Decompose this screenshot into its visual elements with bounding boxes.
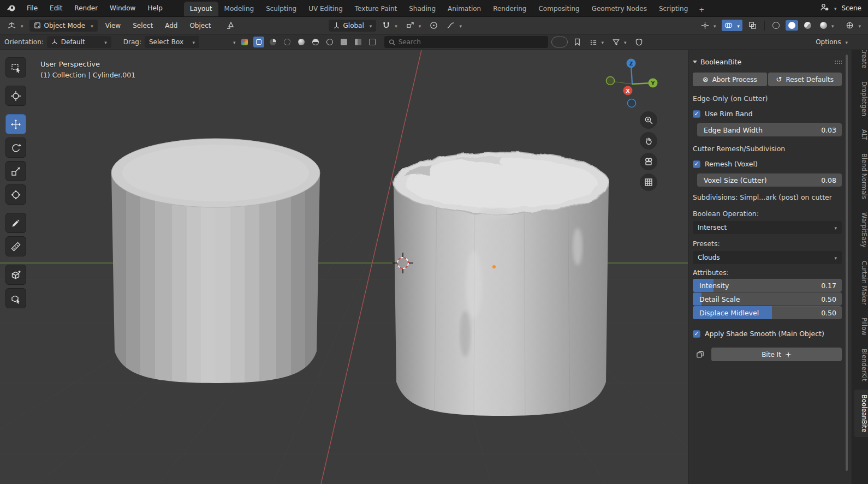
active-tool-icon[interactable] bbox=[223, 20, 237, 32]
slider-displace-midlevel[interactable]: Displace Midlevel 0.50 bbox=[693, 306, 842, 319]
boolean-operation-select[interactable]: Intersect bbox=[693, 221, 842, 234]
blender-logo-icon[interactable] bbox=[5, 2, 17, 14]
abort-process-button[interactable]: ⊗ Abort Process bbox=[693, 73, 767, 86]
menu-object[interactable]: Object bbox=[185, 20, 215, 32]
workspace-tab-geometry-nodes[interactable]: Geometry Nodes bbox=[586, 2, 653, 16]
zoom-icon[interactable] bbox=[640, 111, 657, 129]
menu-help[interactable]: Help bbox=[142, 2, 167, 14]
show-gizmo-icon[interactable] bbox=[698, 20, 719, 31]
tool-measure[interactable] bbox=[5, 236, 26, 256]
tool-interactive-add[interactable] bbox=[5, 288, 26, 308]
transform-orientation-select[interactable]: Global bbox=[329, 20, 377, 32]
overlays-icon[interactable] bbox=[722, 20, 742, 31]
tool-option-icon-2[interactable] bbox=[282, 37, 293, 47]
snap-magnet-icon[interactable] bbox=[379, 20, 400, 31]
tool-option-icon-8[interactable] bbox=[367, 37, 378, 47]
menu-edit[interactable]: Edit bbox=[45, 2, 67, 14]
filter-funnel-icon[interactable] bbox=[610, 37, 629, 47]
tool-option-icon-1[interactable] bbox=[267, 37, 278, 47]
menu-window[interactable]: Window bbox=[105, 2, 140, 14]
display-mode-icon[interactable] bbox=[587, 37, 607, 47]
options-button[interactable]: Options bbox=[813, 37, 851, 47]
shading-rendered-icon[interactable] bbox=[817, 20, 837, 31]
matcap-colorful-icon[interactable] bbox=[239, 37, 250, 47]
toggle-ortho-grid-icon[interactable] bbox=[640, 174, 657, 191]
tool-option-icon-3[interactable] bbox=[296, 37, 307, 47]
tool-scale[interactable] bbox=[5, 161, 26, 181]
proportional-editing-icon[interactable] bbox=[427, 20, 441, 31]
workspace-tab-texture-paint[interactable]: Texture Paint bbox=[349, 2, 403, 16]
gizmo-z-neg-axis[interactable] bbox=[628, 99, 636, 107]
sidebar-tab-alt[interactable]: ALT bbox=[854, 124, 868, 145]
sidebar-tab-blend-normals[interactable]: Blend Normals bbox=[854, 148, 868, 204]
tool-option-icon-4[interactable] bbox=[310, 37, 321, 47]
shading-material-icon[interactable] bbox=[801, 20, 814, 31]
menu-view[interactable]: View bbox=[101, 20, 125, 32]
menu-select[interactable]: Select bbox=[128, 20, 157, 32]
panel-drag-handle[interactable] bbox=[834, 60, 842, 64]
scene-selector-chevron-icon[interactable] bbox=[832, 4, 837, 12]
tool-rotate[interactable] bbox=[5, 138, 26, 158]
duplicate-icon[interactable] bbox=[693, 348, 707, 361]
mode-select[interactable]: Object Mode bbox=[29, 20, 98, 32]
add-workspace-button[interactable]: + bbox=[694, 3, 709, 16]
edge-band-width-field[interactable]: Edge Band Width 0.03 bbox=[697, 123, 842, 136]
use-rim-band-checkbox[interactable]: Use Rim Band bbox=[693, 110, 842, 118]
sidebar-tab-dropletgen[interactable]: Dropletgen bbox=[854, 76, 868, 121]
tool-option-icon-7[interactable] bbox=[353, 37, 364, 47]
gizmo-y-neg-axis[interactable] bbox=[607, 77, 615, 85]
sidebar-tab-blenderkit[interactable]: BlenderKit bbox=[854, 344, 868, 386]
viewport-3d[interactable]: User Perspective (1) Collection | Cylind… bbox=[0, 50, 688, 484]
drag-select[interactable]: Select Box bbox=[145, 36, 199, 48]
remesh-voxel-checkbox[interactable]: Remesh (Voxel) bbox=[693, 160, 842, 168]
snap-target-icon[interactable] bbox=[403, 20, 424, 31]
workspace-tab-layout[interactable]: Layout bbox=[184, 2, 218, 16]
sidebar-tab-pillow[interactable]: Pillow bbox=[854, 313, 868, 340]
panel-scrollbar[interactable] bbox=[846, 55, 848, 471]
shading-solid-icon[interactable] bbox=[786, 20, 798, 31]
workspace-tab-sculpting[interactable]: Sculpting bbox=[260, 2, 302, 16]
sidebar-tab-create[interactable]: Create bbox=[854, 50, 868, 73]
workspace-tab-compositing[interactable]: Compositing bbox=[532, 2, 585, 16]
workspace-tab-scripting[interactable]: Scripting bbox=[653, 2, 694, 16]
gizmo-shield-icon[interactable] bbox=[633, 37, 645, 47]
menu-render[interactable]: Render bbox=[69, 2, 103, 14]
workspace-tab-modeling[interactable]: Modeling bbox=[218, 2, 260, 16]
scene-icon[interactable] bbox=[820, 3, 829, 14]
tool-cursor[interactable] bbox=[5, 86, 26, 106]
reset-defaults-button[interactable]: ↺ Reset Defaults bbox=[768, 73, 842, 86]
tool-move[interactable] bbox=[5, 114, 26, 134]
tool-add-cube[interactable] bbox=[5, 265, 26, 285]
bookmark-icon[interactable] bbox=[571, 37, 584, 47]
workspace-tab-rendering[interactable]: Rendering bbox=[487, 2, 532, 16]
pan-hand-icon[interactable] bbox=[640, 132, 657, 150]
voxel-size-field[interactable]: Voxel Size (Cutter) 0.08 bbox=[697, 174, 842, 187]
slider-intensity[interactable]: Intensity 0.17 bbox=[693, 279, 842, 292]
tool-option-icon-5[interactable] bbox=[324, 37, 335, 47]
workspace-tab-uv-editing[interactable]: UV Editing bbox=[302, 2, 349, 16]
cylinder-cutter-result[interactable] bbox=[394, 152, 609, 416]
filter-pill-button[interactable] bbox=[551, 37, 568, 47]
apply-shade-smooth-checkbox[interactable]: Apply Shade Smooth (Main Object) bbox=[693, 330, 842, 338]
xray-toggle-icon[interactable] bbox=[746, 20, 759, 31]
tool-select-box[interactable] bbox=[5, 57, 26, 77]
workspace-tab-animation[interactable]: Animation bbox=[442, 2, 487, 16]
search-input[interactable] bbox=[399, 38, 544, 46]
panel-collapse-icon[interactable] bbox=[693, 61, 697, 63]
slider-detail-scale[interactable]: Detail Scale 0.50 bbox=[693, 292, 842, 306]
menu-add[interactable]: Add bbox=[160, 20, 182, 32]
tool-option-icon-6[interactable] bbox=[338, 37, 349, 47]
sidebar-tab-warpiteasy[interactable]: WarpitEasy bbox=[854, 207, 868, 253]
tool-transform[interactable] bbox=[5, 184, 26, 205]
camera-view-icon[interactable] bbox=[640, 153, 657, 170]
workspace-tab-shading[interactable]: Shading bbox=[403, 2, 442, 16]
orientation-select[interactable]: Default bbox=[47, 36, 111, 48]
sidebar-tab-curtain-maker[interactable]: Curtain Maker bbox=[854, 256, 868, 310]
falloff-icon[interactable] bbox=[444, 20, 465, 31]
tool-option-active-icon[interactable] bbox=[253, 37, 264, 47]
shading-settings-icon[interactable] bbox=[843, 20, 864, 31]
shading-wireframe-icon[interactable] bbox=[770, 20, 782, 31]
cylinder-main-object[interactable] bbox=[111, 139, 320, 383]
tool-options-chevron-icon[interactable] bbox=[231, 38, 236, 46]
bite-it-button[interactable]: Bite It bbox=[711, 348, 842, 361]
